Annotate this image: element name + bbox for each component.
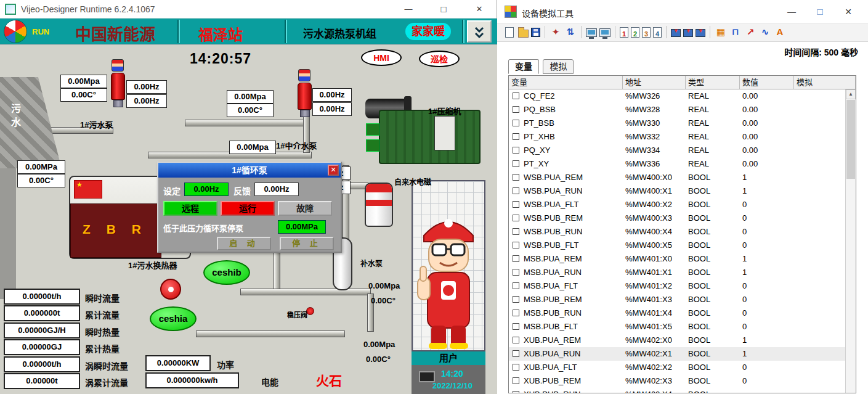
table-row[interactable]: MSB.PUB_REM%MW401:X3BOOL0	[509, 293, 845, 306]
table-row[interactable]: MSB.PUA_RUN%MW401:X1BOOL1	[509, 266, 845, 279]
scroll-thumb[interactable]	[846, 100, 855, 179]
connect-icon[interactable]: ⇅	[564, 26, 577, 38]
table-row[interactable]: WSB.PUB_RUN%MW400:X4BOOL0	[509, 225, 845, 239]
double-chevron-down-icon[interactable]	[467, 20, 492, 43]
table-row[interactable]: MSB.PUB_FLT%MW401:X5BOOL0	[509, 320, 845, 334]
table-row[interactable]: XUB.PUB_RUN%MW402:X4BOOL	[509, 388, 845, 393]
table-row[interactable]: MSB.PUA_FLT%MW401:X2BOOL0	[509, 279, 845, 293]
col-variable[interactable]: 变量	[509, 76, 623, 89]
row-checkbox[interactable]	[513, 120, 519, 126]
trend-icon[interactable]: ↗	[744, 26, 756, 38]
variable-sim	[794, 334, 845, 347]
text-icon[interactable]: A	[774, 26, 786, 38]
new-file-icon[interactable]	[505, 27, 514, 38]
table-row[interactable]: XUB.PUA_REM%MW402:X0BOOL1	[509, 334, 845, 347]
row-checkbox[interactable]	[513, 228, 519, 235]
left-window-titlebar[interactable]: Vijeo-Designer Runtime 6.2.4.1067	[0, 0, 497, 18]
dialog-titlebar[interactable]: 1#循环泵	[158, 163, 341, 178]
close-icon[interactable]	[834, 0, 862, 23]
test-button-a[interactable]: ceshia	[150, 306, 197, 331]
download-1-icon[interactable]	[671, 29, 681, 37]
hmi-button[interactable]: HMI	[361, 49, 402, 66]
grid-icon[interactable]: ▦	[715, 26, 727, 38]
download-3-icon[interactable]	[696, 29, 705, 37]
page-4-icon[interactable]: 4	[653, 27, 662, 38]
low-pressure-value-field[interactable]: 0.00MPa	[278, 220, 326, 234]
close-icon[interactable]	[328, 165, 339, 176]
row-checkbox[interactable]	[513, 106, 519, 113]
sine-wave-icon[interactable]: ∿	[759, 26, 771, 38]
open-file-icon[interactable]	[518, 30, 529, 38]
download-2-icon[interactable]	[683, 29, 693, 37]
maximize-icon[interactable]	[429, 0, 458, 18]
row-checkbox[interactable]	[513, 133, 519, 140]
table-row[interactable]: WSB.PUA_FLT%MW400:X2BOOL0	[509, 198, 845, 211]
tab-variables[interactable]: 变量	[508, 59, 539, 74]
right-window-titlebar[interactable]: 设备模拟工具	[497, 0, 868, 23]
table-row[interactable]: XUB.PUB_REM%MW402:X3BOOL0	[509, 374, 845, 388]
table-row[interactable]: PT_BSB%MW330REAL0.00	[509, 117, 845, 130]
close-icon[interactable]	[465, 0, 493, 18]
save-icon[interactable]	[531, 28, 540, 37]
wizard-icon[interactable]: ✦	[550, 26, 562, 38]
row-checkbox[interactable]	[513, 255, 519, 262]
table-row[interactable]: CQ_FE2%MW326REAL0.00	[509, 89, 845, 103]
col-type[interactable]: 类型	[686, 76, 740, 89]
row-checkbox[interactable]	[513, 310, 519, 316]
row-checkbox[interactable]	[513, 147, 519, 154]
row-checkbox[interactable]	[513, 350, 519, 357]
set-value-field[interactable]: 0.00Hz	[184, 183, 229, 196]
minimize-icon[interactable]	[394, 0, 423, 18]
run-button[interactable]: 运行	[221, 201, 275, 216]
page-3-icon[interactable]: 3	[642, 27, 651, 38]
col-simulate[interactable]: 模拟	[794, 76, 856, 89]
row-checkbox[interactable]	[513, 323, 519, 330]
row-checkbox[interactable]	[513, 391, 519, 393]
row-checkbox[interactable]	[513, 282, 519, 289]
row-checkbox[interactable]	[513, 296, 519, 303]
row-checkbox[interactable]	[513, 174, 519, 181]
scrollbar[interactable]	[845, 89, 856, 393]
fault-button[interactable]: 故障	[278, 201, 332, 216]
table-row[interactable]: WSB.PUB_FLT%MW400:X5BOOL0	[509, 239, 845, 252]
table-row[interactable]: WSB.PUA_REM%MW400:X0BOOL1	[509, 171, 845, 184]
remote-button[interactable]: 远程	[163, 201, 217, 216]
row-checkbox[interactable]	[513, 92, 519, 99]
test-button-b[interactable]: ceshib	[203, 260, 250, 285]
variable-value: 1	[740, 252, 794, 266]
table-row[interactable]: WSB.PUA_RUN%MW400:X1BOOL1	[509, 184, 845, 198]
minimize-icon[interactable]	[777, 0, 806, 23]
step-wave-icon[interactable]: ⊓	[729, 26, 742, 38]
table-row[interactable]: PQ_BSB%MW328REAL0.00	[509, 103, 845, 117]
table-row[interactable]: XUB.PUA_RUN%MW402:X1BOOL1	[509, 347, 845, 361]
page-1-icon[interactable]: 1	[620, 27, 628, 38]
row-checkbox[interactable]	[513, 215, 519, 221]
table-row[interactable]: MSB.PUB_RUN%MW401:X4BOOL0	[509, 306, 845, 320]
table-row[interactable]: XUB.PUA_FLT%MW402:X2BOOL0	[509, 361, 845, 374]
row-checkbox[interactable]	[513, 377, 519, 384]
tab-simulation[interactable]: 模拟	[543, 59, 574, 74]
table-row[interactable]: MSB.PUA_REM%MW401:X0BOOL1	[509, 252, 845, 266]
row-checkbox[interactable]	[513, 364, 519, 371]
scroll-up-icon[interactable]	[846, 89, 856, 99]
row-checkbox[interactable]	[513, 242, 519, 248]
row-checkbox[interactable]	[513, 269, 519, 276]
patrol-button[interactable]: 巡检	[419, 51, 460, 67]
row-checkbox[interactable]	[513, 201, 519, 208]
col-value[interactable]: 数值	[740, 76, 794, 89]
divider	[177, 20, 180, 43]
table-row[interactable]: WSB.PUB_REM%MW400:X3BOOL0	[509, 211, 845, 225]
table-row[interactable]: PT_XHB%MW332REAL0.00	[509, 130, 845, 144]
monitor-copy-icon[interactable]	[599, 28, 610, 37]
table-row[interactable]: PT_XY%MW336REAL0.00	[509, 157, 845, 171]
monitor-icon[interactable]	[586, 28, 597, 37]
maximize-icon[interactable]	[806, 0, 834, 23]
start-button[interactable]: 启 动	[217, 237, 271, 250]
table-row[interactable]: PQ_XY%MW334REAL0.00	[509, 144, 845, 157]
row-checkbox[interactable]	[513, 187, 519, 194]
stop-button[interactable]: 停 止	[280, 237, 334, 250]
col-address[interactable]: 地址	[623, 76, 686, 89]
row-checkbox[interactable]	[513, 337, 519, 343]
page-2-icon[interactable]: 2	[631, 27, 639, 38]
row-checkbox[interactable]	[513, 160, 519, 167]
